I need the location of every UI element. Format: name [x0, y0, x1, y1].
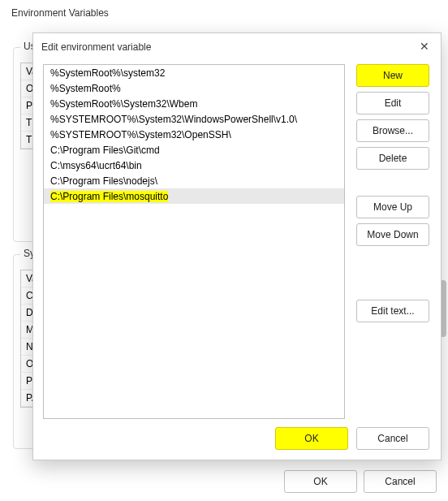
edit-cancel-button[interactable]: Cancel [356, 427, 429, 450]
path-entry[interactable]: C:\msys64\ucrt64\bin [44, 158, 344, 173]
path-entry[interactable]: %SystemRoot%\system32 [44, 65, 344, 80]
edit-side-buttons: New Edit Browse... Delete Move Up Move D… [356, 64, 431, 419]
browse-button[interactable]: Browse... [356, 119, 429, 142]
edit-body: %SystemRoot%\system32%SystemRoot%%System… [43, 64, 431, 419]
path-entry[interactable]: %SYSTEMROOT%\System32\WindowsPowerShell\… [44, 111, 344, 127]
edit-env-variable-dialog: Edit environment variable ✕ %SystemRoot%… [32, 32, 442, 460]
env-vars-title: Environment Variables [0, 0, 448, 26]
edit-title-bar: Edit environment variable ✕ [33, 33, 441, 61]
delete-button[interactable]: Delete [356, 147, 429, 170]
path-entry[interactable]: %SystemRoot% [44, 80, 344, 96]
edit-footer: OK Cancel [33, 427, 429, 450]
close-icon[interactable]: ✕ [413, 37, 436, 55]
path-entries-list[interactable]: %SystemRoot%\system32%SystemRoot%%System… [43, 64, 345, 419]
edit-ok-button[interactable]: OK [275, 427, 348, 450]
edit-title: Edit environment variable [41, 41, 151, 53]
move-down-button[interactable]: Move Down [356, 223, 429, 246]
env-ok-button[interactable]: OK [284, 470, 357, 493]
edit-text-button[interactable]: Edit text... [356, 300, 429, 322]
spacer [356, 175, 431, 191]
path-entry[interactable]: %SystemRoot%\System32\Wbem [44, 96, 344, 111]
new-button[interactable]: New [356, 64, 429, 87]
spacer [356, 251, 431, 295]
move-up-button[interactable]: Move Up [356, 196, 429, 218]
env-vars-footer: OK Cancel [0, 470, 437, 493]
path-entry[interactable]: C:\Program Files\mosquitto [44, 188, 344, 204]
path-entry[interactable]: %SYSTEMROOT%\System32\OpenSSH\ [44, 127, 344, 142]
env-cancel-button[interactable]: Cancel [364, 470, 437, 493]
path-entry[interactable]: C:\Program Files\Git\cmd [44, 142, 344, 158]
edit-button[interactable]: Edit [356, 92, 429, 114]
path-entry[interactable]: C:\Program Files\nodejs\ [44, 173, 344, 188]
